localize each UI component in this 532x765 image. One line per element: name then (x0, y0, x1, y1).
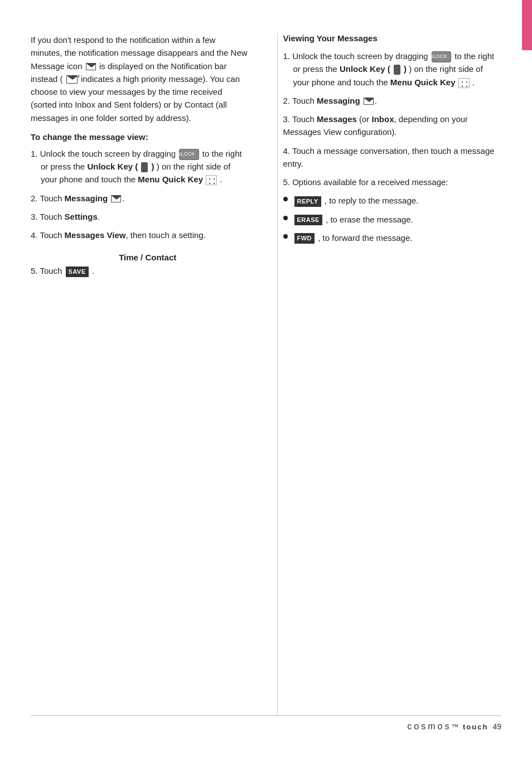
fwd-button-label: FWD (294, 233, 315, 244)
left-step-4: 4. Touch Messages View, then touch a set… (31, 229, 249, 241)
key-icon-right (394, 65, 400, 75)
brand-name: cosmos (407, 722, 451, 731)
right-step-1: 1. Unlock the touch screen by dragging U… (283, 50, 502, 89)
priority-envelope-icon (66, 75, 78, 84)
unlock-button-icon: UNLOCK (179, 149, 199, 160)
bullet-dot-reply (283, 197, 288, 201)
menu-quick-key-icon-right (458, 78, 470, 88)
bottom-bar: cosmos™ TOUCH 49 (31, 715, 501, 732)
erase-button-label: ERASE (294, 215, 322, 225)
left-section-heading: To change the message view: (31, 132, 249, 142)
time-contact-label: Time / Contact (31, 247, 249, 264)
bullet-erase: ERASE , to erase the message. (283, 213, 502, 226)
page-number: 49 (492, 722, 501, 731)
messaging-envelope-icon-right (364, 98, 374, 105)
left-column: If you don't respond to the notification… (31, 33, 255, 715)
page-tab-decoration (522, 0, 532, 50)
right-step-5: 5. Options available for a received mess… (283, 176, 502, 188)
intro-paragraph: If you don't respond to the notification… (31, 33, 249, 124)
bullet-dot-fwd (283, 234, 288, 239)
unlock-button-icon-right: UNLOCK (432, 51, 451, 62)
right-step-4: 4. Touch a message conversation, then to… (283, 144, 502, 171)
envelope-icon (86, 63, 96, 70)
left-step-1: 1. Unlock the touch screen by dragging U… (31, 147, 249, 186)
save-button-label: SAVE (66, 267, 89, 277)
right-step-2: 2. Touch Messaging . (283, 94, 502, 107)
right-section-heading: Viewing Your Messages (283, 33, 502, 43)
brand-logo: cosmos™ TOUCH (407, 722, 488, 732)
left-step-2: 2. Touch Messaging . (31, 192, 249, 205)
left-step-3: 3. Touch Settings. (31, 210, 249, 223)
menu-quick-key-icon (206, 175, 217, 185)
right-step-3: 3. Touch Messages (or Inbox, depending o… (283, 113, 502, 139)
left-step-5: 5. Touch SAVE . (31, 264, 249, 277)
bullet-reply: REPLY , to reply to the message. (283, 194, 502, 207)
bullet-dot-erase (283, 216, 288, 220)
options-bullet-list: REPLY , to reply to the message. ERASE ,… (283, 194, 502, 244)
reply-button-label: REPLY (294, 196, 321, 207)
bullet-fwd: FWD , to forward the message. (283, 231, 502, 244)
messaging-envelope-icon-left (111, 195, 121, 202)
key-icon (141, 162, 148, 172)
right-column: Viewing Your Messages 1. Unlock the touc… (277, 33, 502, 715)
brand-suffix: TOUCH (463, 723, 488, 731)
